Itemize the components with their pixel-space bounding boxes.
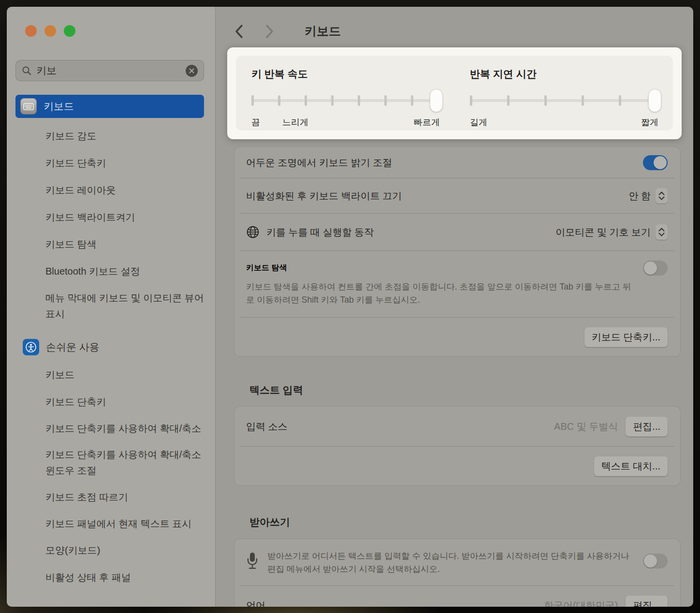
microphone-icon: [246, 552, 259, 570]
language-label: 언어: [246, 599, 265, 607]
backlight-off-popup-stepper[interactable]: [656, 188, 668, 204]
text-replacement-button[interactable]: 텍스트 대치...: [594, 456, 668, 476]
sidebar-item-keyboard-backlight[interactable]: 키보드 백라이트켜기: [45, 204, 209, 231]
dictation-card: 받아쓰기로 어디서든 텍스트를 입력할 수 있습니다. 받아쓰기를 시작하려면 …: [234, 539, 681, 607]
toggle-knob: [644, 555, 657, 568]
sidebar-item-a11y-panel-text[interactable]: 키보드 패널에서 현재 텍스트 표시: [45, 511, 209, 537]
keyboard-navigation-row: 키보드 탐색 키보드 탐색을 사용하여 컨트롤 간에 초점을 이동합니다. 초점…: [234, 251, 680, 317]
sidebar-item-label: 키보드: [44, 100, 74, 113]
sidebar-item-a11y-inactive-panel[interactable]: 비활성 상태 후 패널: [45, 564, 209, 591]
key-repeat-rate-labels: 끔 느리게 빠르게: [251, 117, 440, 128]
zoom-window-button[interactable]: [64, 25, 75, 37]
brightness-adjust-toggle[interactable]: [643, 155, 668, 170]
keyboard-settings-card: 어두운 조명에서 키보드 밝기 조절 비활성화된 후 키보드 백라이트 끄기 안…: [234, 146, 681, 357]
sidebar-item-keyboard-selected[interactable]: 키보드: [15, 95, 204, 118]
label-slow: 느리게: [282, 117, 308, 128]
minimize-window-button[interactable]: [44, 25, 56, 37]
search-field[interactable]: 키보: [15, 60, 204, 81]
text-replacement-row: 텍스트 대치...: [234, 447, 680, 485]
globe-action-row: 키를 누를 때 실행할 동작 이모티콘 및 기호 보기: [234, 214, 680, 250]
accessibility-icon: [23, 339, 39, 355]
clear-search-icon[interactable]: [186, 65, 198, 77]
globe-action-value: 이모티콘 및 기호 보기: [555, 226, 651, 239]
forward-icon[interactable]: [265, 24, 274, 39]
system-settings-window: 키보 키보드 키보드 감도 키보드 단축키 키보드 레이아웃 키보드 백라이트켜…: [7, 7, 693, 607]
search-input-value[interactable]: 키보: [36, 64, 181, 77]
label-fast: 빠르게: [414, 117, 440, 128]
repeat-delay-slider[interactable]: [470, 89, 658, 112]
label-off: 끔: [251, 117, 260, 128]
navigation-bar: 키보드: [235, 23, 341, 39]
label-short: 짧게: [641, 117, 658, 128]
sidebar-item-a11y-focus-follow[interactable]: 키보드 초점 따르기: [45, 484, 209, 511]
language-edit-button[interactable]: 편집...: [626, 596, 668, 607]
sidebar-item-keyboard-sensitivity[interactable]: 키보드 감도: [45, 123, 209, 150]
sidebar-item-keyboard-navigation[interactable]: 키보드 탐색: [45, 231, 209, 258]
keyboard-app-icon: [20, 98, 37, 115]
slider-ticks: [470, 95, 658, 106]
dictation-row: 받아쓰기로 어디서든 텍스트를 입력할 수 있습니다. 받아쓰기를 시작하려면 …: [234, 539, 680, 585]
sidebar-group-label: 손쉬운 사용: [46, 340, 100, 354]
repeat-delay-labels: 길게 짧게: [470, 117, 658, 128]
sidebar-item-a11y-zoom-shortcut[interactable]: 키보드 단축키를 사용하여 확대/축소: [45, 416, 209, 442]
page-title: 키보드: [305, 23, 341, 39]
slider-ticks: [251, 95, 440, 106]
language-value: 한국어(대한민국): [544, 599, 618, 607]
keyboard-navigation-description: 키보드 탐색을 사용하여 컨트롤 간에 초점을 이동합니다. 초점을 앞으로 이…: [246, 280, 638, 306]
text-input-card: 입력 소스 ABC 및 두벌식 편집... 텍스트 대치...: [234, 406, 681, 486]
shortcuts-button-row: 키보드 단축키...: [234, 318, 680, 356]
sidebar-item-a11y-keyboard[interactable]: 키보드: [45, 362, 209, 389]
repeat-delay-title: 반복 지연 시간: [470, 67, 658, 81]
backlight-off-label: 비활성화된 후 키보드 백라이트 끄기: [246, 190, 402, 203]
highlighted-slider-section: 키 반복 속도 끔 느리게 빠르게 반복 지연 시간: [227, 47, 682, 139]
label-long: 길게: [470, 117, 487, 128]
close-window-button[interactable]: [25, 25, 37, 37]
slider-handle[interactable]: [648, 89, 661, 112]
sidebar-item-bluetooth-keyboard[interactable]: Bluetooth 키보드 설정: [45, 258, 209, 285]
key-repeat-rate-title: 키 반복 속도: [251, 67, 440, 81]
key-repeat-rate-group: 키 반복 속도 끔 느리게 빠르게: [236, 56, 454, 131]
toggle-knob: [644, 262, 657, 275]
globe-action-label: 키를 누를 때 실행할 동작: [266, 226, 374, 239]
sidebar-item-a11y-shortcuts[interactable]: 키보드 단축키: [45, 389, 209, 416]
key-repeat-rate-slider[interactable]: [251, 89, 440, 112]
backlight-off-value: 안 함: [628, 190, 651, 203]
keyboard-navigation-title: 키보드 탐색: [246, 263, 287, 273]
window-controls: [25, 25, 75, 37]
sidebar: 키보 키보드 키보드 감도 키보드 단축키 키보드 레이아웃 키보드 백라이트켜…: [7, 7, 216, 607]
sidebar-item-a11y-zoom-window[interactable]: 키보드 단축키를 사용하여 확대/축소 윈도우 조절: [45, 442, 209, 484]
dictation-heading: 받아쓰기: [249, 515, 290, 529]
input-sources-edit-button[interactable]: 편집...: [626, 417, 668, 437]
text-input-heading: 텍스트 입력: [249, 383, 303, 397]
globe-icon: [246, 225, 260, 239]
sidebar-group-accessibility[interactable]: 손쉬운 사용: [23, 327, 209, 362]
input-sources-value: ABC 및 두벌식: [554, 420, 618, 433]
globe-action-popup-stepper[interactable]: [656, 224, 668, 240]
repeat-delay-group: 반복 지연 시간 길게 짧게: [454, 56, 673, 131]
sidebar-item-keyboard-layout[interactable]: 키보드 레이아웃: [45, 177, 209, 204]
backlight-off-row: 비활성화된 후 키보드 백라이트 끄기 안 함: [234, 178, 680, 213]
back-icon[interactable]: [235, 24, 243, 39]
brightness-adjust-label: 어두운 조명에서 키보드 밝기 조절: [246, 156, 392, 169]
dictation-toggle[interactable]: [643, 554, 668, 569]
dictation-description: 받아쓰기로 어디서든 텍스트를 입력할 수 있습니다. 받아쓰기를 시작하려면 …: [267, 550, 640, 576]
sidebar-item-menubar-viewer[interactable]: 메뉴 막대에 키보드 및 이모티콘 뷰어 표시: [45, 285, 209, 327]
toggle-knob: [654, 156, 667, 169]
brightness-adjust-row: 어두운 조명에서 키보드 밝기 조절: [234, 147, 680, 178]
dictation-language-row: 언어 한국어(대한민국) 편집...: [234, 586, 680, 607]
slider-handle[interactable]: [430, 89, 443, 112]
search-icon: [22, 66, 31, 75]
slider-card: 키 반복 속도 끔 느리게 빠르게 반복 지연 시간: [236, 56, 673, 131]
sidebar-item-a11y-appearance[interactable]: 모양(키보드): [45, 537, 209, 564]
sidebar-results-list: 키보드 감도 키보드 단축키 키보드 레이아웃 키보드 백라이트켜기 키보드 탐…: [45, 123, 209, 591]
keyboard-navigation-toggle[interactable]: [643, 261, 668, 276]
main-content: 키보드 키 반복 속도 끔 느리게 빠르게: [216, 7, 693, 607]
input-sources-row: 입력 소스 ABC 및 두벌식 편집...: [234, 407, 680, 446]
keyboard-shortcuts-button[interactable]: 키보드 단축키...: [584, 327, 668, 347]
sidebar-item-keyboard-shortcuts[interactable]: 키보드 단축키: [45, 150, 209, 177]
input-sources-label: 입력 소스: [246, 420, 288, 433]
